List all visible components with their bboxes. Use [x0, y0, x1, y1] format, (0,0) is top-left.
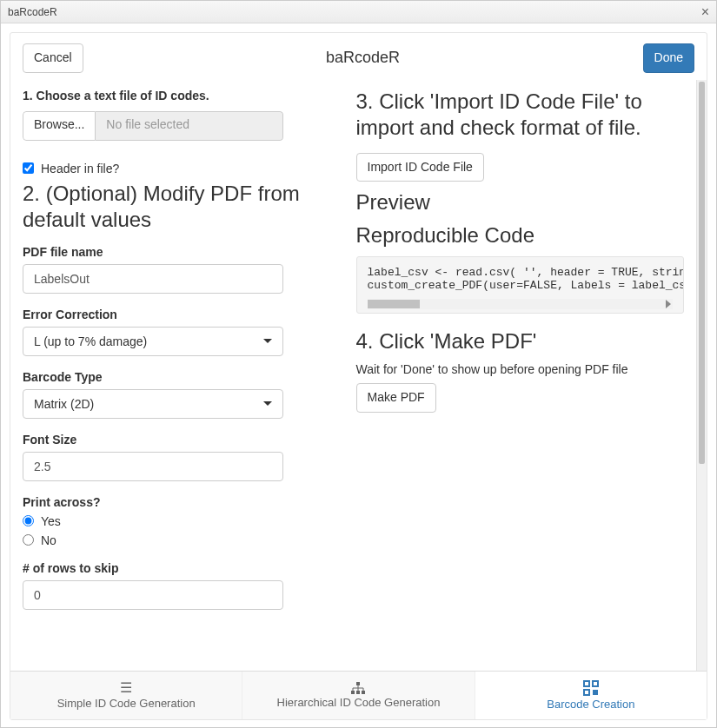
- close-icon[interactable]: ×: [701, 4, 709, 20]
- print-across-yes-radio[interactable]: [23, 515, 34, 526]
- header-in-file-label: Header in file?: [41, 162, 119, 175]
- barcode-type-value: Matrix (2D): [34, 397, 94, 411]
- chevron-down-icon: [263, 401, 272, 406]
- browse-button[interactable]: Browse...: [23, 111, 96, 141]
- step1-heading: 1. Choose a text file of ID codes.: [23, 89, 335, 103]
- error-correction-label: Error Correction: [23, 308, 335, 321]
- print-across-no-radio[interactable]: [23, 534, 34, 546]
- done-button[interactable]: Done: [643, 43, 694, 73]
- content-area: 1. Choose a text file of ID codes. Brows…: [10, 80, 696, 671]
- dialog-title: baRcodeR: [83, 49, 643, 67]
- qr-icon: [583, 680, 599, 696]
- tab-barcode-creation[interactable]: Barcode Creation: [475, 672, 707, 719]
- header-in-file-checkbox[interactable]: [23, 162, 34, 174]
- svg-rect-2: [356, 691, 360, 694]
- step4-heading: 4. Click 'Make PDF': [356, 329, 684, 354]
- code-line-2: custom_create_PDF(user=FALSE, Labels = l…: [368, 279, 684, 292]
- svg-rect-0: [356, 682, 360, 685]
- tab-label: Simple ID Code Generation: [57, 697, 196, 710]
- import-id-code-file-button[interactable]: Import ID Code File: [356, 153, 484, 182]
- list-icon: ☰: [120, 681, 132, 695]
- rows-skip-input[interactable]: [23, 580, 283, 610]
- vertical-scrollbar[interactable]: [696, 80, 707, 671]
- header-in-file-checkbox-row: Header in file?: [23, 162, 335, 175]
- make-pdf-button[interactable]: Make PDF: [356, 383, 436, 413]
- print-across-yes-row: Yes: [23, 514, 335, 528]
- main-panel: Cancel baRcodeR Done 1. Choose a text fi…: [10, 32, 707, 720]
- code-line-1: label_csv <- read.csv( '', header = TRUE…: [368, 266, 684, 279]
- scrollbar-thumb[interactable]: [368, 300, 420, 308]
- scroll-right-icon[interactable]: [666, 300, 671, 308]
- window-titlebar: baRcodeR ×: [1, 1, 716, 23]
- font-size-label: Font Size: [23, 433, 335, 447]
- dialog-header: Cancel baRcodeR Done: [10, 33, 707, 80]
- code-horizontal-scrollbar[interactable]: [368, 299, 673, 309]
- file-selected-text: No file selected: [96, 111, 283, 141]
- hierarchy-icon: [350, 682, 366, 694]
- svg-rect-1: [351, 691, 355, 694]
- chevron-down-icon: [263, 339, 272, 343]
- scrollbar-thumb[interactable]: [699, 82, 705, 464]
- tab-label: Barcode Creation: [547, 698, 634, 711]
- cancel-button[interactable]: Cancel: [23, 43, 83, 73]
- error-correction-value: L (up to 7% damage): [34, 334, 147, 348]
- bottom-tabs: ☰ Simple ID Code Generation Hierarchical…: [10, 671, 707, 719]
- print-across-no-label: No: [41, 533, 56, 547]
- print-across-no-row: No: [23, 533, 335, 547]
- tab-label: Hierarchical ID Code Generation: [277, 696, 441, 709]
- pdf-name-label: PDF file name: [23, 245, 335, 259]
- left-column: 1. Choose a text file of ID codes. Brows…: [23, 83, 335, 659]
- tab-simple-id[interactable]: ☰ Simple ID Code Generation: [10, 672, 242, 719]
- svg-rect-3: [362, 691, 365, 694]
- step2-heading: 2. (Optional) Modify PDF from default va…: [23, 181, 335, 233]
- pdf-name-input[interactable]: [23, 264, 283, 294]
- window-title: baRcodeR: [8, 6, 57, 18]
- barcode-type-label: Barcode Type: [23, 370, 335, 384]
- reproducible-code-heading: Reproducible Code: [356, 223, 684, 248]
- error-correction-select[interactable]: L (up to 7% damage): [23, 327, 283, 356]
- font-size-input[interactable]: [23, 452, 283, 481]
- code-box: label_csv <- read.csv( '', header = TRUE…: [356, 256, 684, 314]
- right-column: 3. Click 'Import ID Code File' to import…: [356, 83, 684, 659]
- step3-heading: 3. Click 'Import ID Code File' to import…: [356, 89, 684, 141]
- tab-hierarchical-id[interactable]: Hierarchical ID Code Generation: [242, 672, 475, 719]
- print-across-label: Print across?: [23, 495, 335, 509]
- file-input-group: Browse... No file selected: [23, 111, 283, 141]
- print-across-yes-label: Yes: [41, 514, 61, 528]
- wait-text: Wait for 'Done' to show up before openin…: [356, 362, 684, 376]
- rows-skip-label: # of rows to skip: [23, 561, 335, 575]
- barcode-type-select[interactable]: Matrix (2D): [23, 389, 283, 419]
- preview-heading: Preview: [356, 190, 684, 215]
